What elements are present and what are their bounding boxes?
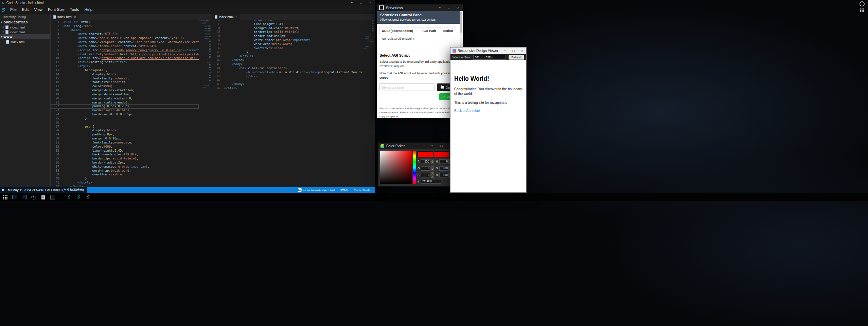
code-line[interactable]: 40 } bbox=[51, 177, 199, 181]
code-line[interactable]: 43 <body> bbox=[212, 62, 362, 66]
code-line[interactable]: 33 line-height:1.45; bbox=[51, 149, 199, 153]
app-grid-icon[interactable] bbox=[860, 8, 864, 12]
code-line[interactable]: 15 font-family:inherit; bbox=[51, 77, 199, 81]
code-line[interactable]: 42 </head> bbox=[212, 58, 362, 62]
code-editor[interactable]: 1<!DOCTYPE html>2<html lang="en">3 <head… bbox=[51, 20, 199, 187]
code-line[interactable]: 38 word-wrap:break-word; bbox=[212, 42, 362, 46]
code-line[interactable]: 39 overflow:visible bbox=[51, 173, 199, 177]
open-editor-item[interactable]: × index.html bbox=[0, 25, 50, 30]
code-line[interactable]: 32 color:#666; bbox=[212, 20, 362, 22]
code-line[interactable]: 10 <script src="https://cdnjs.cloudflare… bbox=[51, 56, 199, 60]
serverless-titlebar[interactable]: Serverless − □ × bbox=[377, 4, 463, 11]
hex-input[interactable] bbox=[421, 179, 441, 184]
code-line[interactable]: 40 } bbox=[212, 51, 362, 55]
minimap[interactable]: <!DOCTYPE html><html lang="en"> <head> <… bbox=[199, 20, 211, 88]
code-line[interactable]: 14 display:block; bbox=[51, 73, 199, 77]
preview-link[interactable]: Back to Aprintlab bbox=[454, 109, 480, 113]
channel-s-input[interactable] bbox=[439, 166, 449, 171]
code-line[interactable]: 33 line-height:1.45; bbox=[212, 22, 362, 26]
channel-h-input[interactable] bbox=[439, 159, 449, 164]
tab-close-icon[interactable]: × bbox=[235, 15, 237, 19]
menu-help[interactable]: Help bbox=[82, 5, 95, 14]
code-line[interactable]: 48 </body> bbox=[212, 82, 362, 87]
taskbar-browser[interactable] bbox=[31, 194, 36, 200]
code-line[interactable]: 27 pre { bbox=[51, 125, 199, 129]
code-line[interactable]: 37 white-space:pre-wrap!important; bbox=[212, 38, 362, 42]
code-line[interactable]: 26 bbox=[51, 121, 199, 125]
saturation-square[interactable] bbox=[380, 151, 412, 184]
status-datetime[interactable]: ⇄ Thu May 11 2023 21:54:48 GMT+0800 (台北標… bbox=[0, 187, 87, 193]
code-line[interactable]: 12 <style> bbox=[51, 64, 199, 69]
menu-file[interactable]: File bbox=[7, 5, 19, 14]
code-line[interactable]: 1<!DOCTYPE html> bbox=[51, 20, 199, 24]
taskbar-terminal-app[interactable] bbox=[50, 194, 55, 200]
scrollbar-thumb[interactable] bbox=[460, 12, 462, 33]
file-item[interactable]: index.html bbox=[0, 39, 50, 44]
code-line[interactable]: 18 margin-block-start:1em; bbox=[51, 89, 199, 93]
circle-icon[interactable] bbox=[860, 1, 865, 6]
folder-www[interactable]: ▾ WWW bbox=[0, 34, 50, 39]
taskbar-file-manager[interactable] bbox=[40, 194, 46, 200]
code-line[interactable]: 45 <h1><br></h1><h1>Hello World!<br></h1… bbox=[212, 71, 362, 75]
minimize-button[interactable]: − bbox=[435, 5, 444, 11]
code-line[interactable]: 30 margin:0 0 10px; bbox=[51, 137, 199, 141]
close-button[interactable]: × bbox=[454, 5, 463, 11]
code-line[interactable]: 34 background-color:#f9f9f9; bbox=[51, 153, 199, 157]
minimap[interactable]: color:#666; line-height:1.45; background… bbox=[362, 20, 374, 49]
code-line[interactable]: 16 font-size:inherit; bbox=[51, 80, 199, 84]
code-line[interactable]: 7 <meta name="theme-color" content="#ff9… bbox=[51, 44, 199, 49]
code-line[interactable]: 19 margin-block-end:1em; bbox=[51, 93, 199, 97]
code-line[interactable]: 44 <div class="ui container"> bbox=[212, 66, 362, 71]
code-line[interactable]: 6 <meta name="viewport" content="user-sc… bbox=[51, 40, 199, 44]
taskbar-code-studio-blue[interactable]: S bbox=[66, 194, 72, 200]
menu-tools[interactable]: Tools bbox=[67, 5, 82, 14]
minimize-button[interactable]: − bbox=[347, 0, 356, 5]
maximize-button[interactable]: □ bbox=[444, 5, 454, 11]
open-editors-header[interactable]: ▾ OPEN EDITORS bbox=[0, 20, 50, 25]
taskbar-window-app-2[interactable] bbox=[21, 194, 27, 200]
channel-b2-input[interactable] bbox=[439, 173, 449, 177]
code-line[interactable]: 13 blockquote { bbox=[51, 69, 199, 73]
channel-g-input[interactable] bbox=[421, 166, 430, 171]
code-line[interactable]: 42 </head> bbox=[51, 185, 199, 187]
code-line[interactable]: 32 color:#666; bbox=[51, 145, 199, 149]
maximize-button[interactable]: □ bbox=[509, 47, 518, 54]
code-line[interactable]: 8 <script src="https://code.jquery.com/j… bbox=[51, 49, 199, 53]
code-line[interactable]: 17 color:#999; bbox=[51, 84, 199, 89]
code-line[interactable]: 36 border-radius:2px; bbox=[51, 161, 199, 165]
start-button[interactable] bbox=[2, 194, 8, 200]
tab-close-icon[interactable]: × bbox=[74, 15, 76, 19]
maximize-button[interactable]: □ bbox=[356, 0, 366, 5]
stepper[interactable]: ▴▾ bbox=[431, 159, 434, 164]
close-button[interactable]: × bbox=[366, 0, 375, 5]
maximize-button[interactable]: □ bbox=[437, 143, 446, 149]
code-line[interactable]: 11 <title>Testing Site</title> bbox=[51, 60, 199, 64]
code-line[interactable]: 20 margin-inline-start:0; bbox=[51, 97, 199, 101]
menu-edit[interactable]: Edit bbox=[19, 5, 32, 14]
minimize-button[interactable]: − bbox=[501, 47, 509, 54]
code-line[interactable]: 39 overflow:visible bbox=[212, 46, 362, 51]
code-line[interactable]: 37 white-space:pre-wrap!important; bbox=[51, 165, 199, 169]
menu-view[interactable]: View bbox=[31, 5, 45, 14]
code-line[interactable]: 35 border:1px solid #e1e1e1; bbox=[51, 157, 199, 161]
tab-index-html[interactable]: index.html × bbox=[212, 14, 240, 20]
code-line[interactable]: 49</html> bbox=[212, 87, 362, 91]
code-line[interactable]: 38 word-wrap:break-word; bbox=[51, 169, 199, 173]
close-icon[interactable]: × bbox=[2, 25, 4, 29]
code-line[interactable]: 31 font-family:monospace; bbox=[51, 141, 199, 145]
close-button[interactable]: × bbox=[518, 47, 526, 54]
minimize-button[interactable]: − bbox=[428, 143, 437, 149]
code-editor[interactable]: 32 color:#666;33 line-height:1.45;34 bac… bbox=[212, 20, 362, 187]
code-line[interactable]: 34 background-color:#f9f9f9; bbox=[212, 26, 362, 31]
code-line[interactable]: 47 bbox=[212, 78, 362, 82]
code-line[interactable]: 41 </style> bbox=[51, 181, 199, 185]
status-file-path[interactable]: store:/www/index.html bbox=[298, 188, 335, 192]
code-line[interactable]: 21 margin-inline-end:0; bbox=[51, 101, 199, 105]
hue-slider[interactable] bbox=[413, 151, 416, 184]
channel-b-input[interactable] bbox=[421, 173, 430, 177]
code-line[interactable]: 36 border-radius:2px; bbox=[212, 34, 362, 38]
refresh-button[interactable]: Refresh bbox=[509, 55, 524, 60]
code-line[interactable]: 25 } bbox=[51, 117, 199, 121]
code-line[interactable]: 35 border:1px solid #e1e1e1; bbox=[212, 30, 362, 34]
location-input[interactable] bbox=[379, 83, 435, 91]
